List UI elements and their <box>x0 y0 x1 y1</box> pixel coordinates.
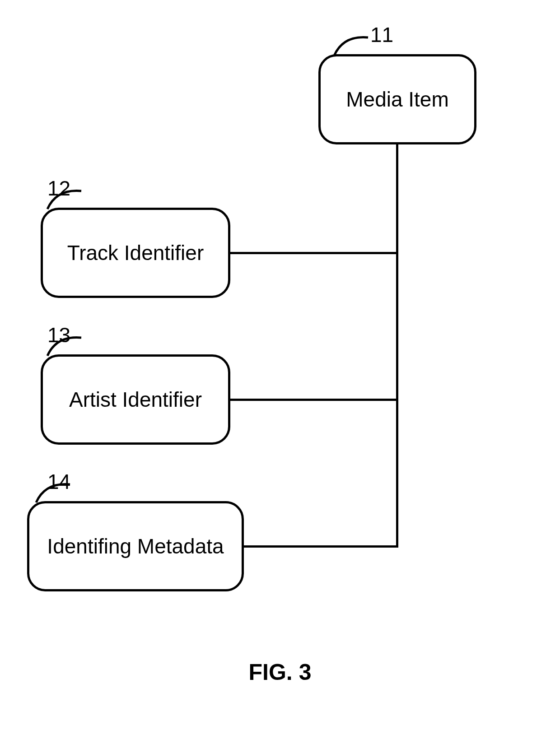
track-identifier-ref-curve <box>45 184 90 211</box>
vertical-connector <box>396 144 398 547</box>
media-item-ref-curve <box>325 31 370 58</box>
figure-label: FIG. 3 <box>0 659 560 685</box>
track-identifier-connector <box>230 252 397 254</box>
track-identifier-label: Track Identifier <box>67 241 204 265</box>
artist-identifier-ref-curve <box>45 331 90 358</box>
identifying-metadata-label: Identifing Metadata <box>47 534 224 558</box>
media-item-label: Media Item <box>346 87 449 112</box>
artist-identifier-label: Artist Identifier <box>69 387 202 412</box>
identifying-metadata-ref-curve <box>34 478 79 505</box>
media-item-box: Media Item <box>318 54 476 144</box>
track-identifier-box: Track Identifier <box>41 208 230 298</box>
identifying-metadata-connector <box>244 545 398 548</box>
artist-identifier-box: Artist Identifier <box>41 354 230 445</box>
artist-identifier-connector <box>230 399 397 401</box>
identifying-metadata-box: Identifing Metadata <box>27 501 244 591</box>
media-item-ref: 11 <box>370 23 393 47</box>
